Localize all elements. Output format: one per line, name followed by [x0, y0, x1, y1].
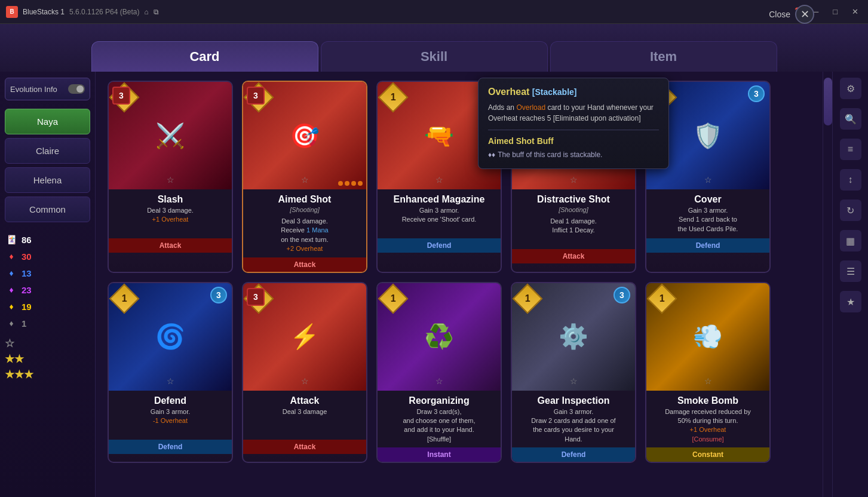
card-reorganizing-body: Reorganizing Draw 3 card(s),and choose o…: [378, 391, 501, 448]
card-gear-stack: 3: [614, 287, 630, 303]
card-defend-footer: Defend: [109, 440, 232, 454]
close-win-btn[interactable]: ✕: [848, 6, 862, 17]
card-distractive-body: Distractive Shot [Shooting] Deal 1 damag…: [512, 189, 635, 249]
card-attack-body: Attack Deal 3 damage: [243, 391, 366, 440]
card-defend-star: ☆: [167, 376, 174, 386]
stat-total: 🃏 86: [5, 233, 90, 246]
home-icon[interactable]: ⌂: [144, 8, 148, 16]
close-label: Close: [769, 10, 790, 19]
tooltip-stackable: [Stackable]: [532, 87, 577, 97]
card-gear-star: ☆: [570, 376, 578, 386]
stat-gray-value: 1: [22, 318, 26, 329]
stat-yellow-value: 19: [22, 302, 32, 312]
card-smoke-body: Smoke Bomb Damage received reduced by50%…: [646, 391, 769, 448]
card-aimed-shot-footer: Attack: [243, 257, 366, 272]
right-panel: ⚙ 🔍 ≡ ↕ ↻ ▦ ☰ ★: [832, 72, 868, 497]
cards-row-1: ⚔️ 0 3 ☆ Slash Deal 3 damage.+1 Overheat…: [108, 81, 811, 273]
card-aimed-shot-subtype: [Shooting]: [249, 206, 360, 213]
stat-red: ♦ 30: [5, 250, 90, 263]
card-smoke-bomb[interactable]: 💨 1 ☆ Smoke Bomb Damage received reduced…: [645, 282, 771, 464]
card-reorganizing[interactable]: ♻️ 1 ☆ Reorganizing Draw 3 card(s),and c…: [376, 282, 502, 464]
card-gear-body: Gear Inspection Gain 3 armor.Draw 2 card…: [512, 391, 635, 448]
card-slash-attack: 3: [112, 87, 130, 105]
sidebar-item-common[interactable]: Common: [5, 197, 90, 222]
card-slash-body: Slash Deal 3 damage.+1 Overheat: [109, 189, 232, 238]
card-cover-star: ☆: [704, 175, 712, 185]
card-aimed-shot-star: ☆: [301, 175, 309, 185]
top-bar-left: B BlueStacks 1 5.6.0.1126 P64 (Beta) ⌂ ⧉: [6, 6, 159, 18]
gray-diamond-icon: ♦: [5, 317, 18, 330]
right-side: ⚙ 🔍 ≡ ↕ ↻ ▦ ☰ ★: [823, 72, 868, 497]
search-icon[interactable]: 🔍: [840, 108, 861, 130]
card-defend-desc: Gain 3 armor.-1 Overheat: [115, 407, 226, 436]
scroll-thumb[interactable]: [824, 78, 832, 125]
card-defend-name: Defend: [115, 395, 226, 406]
card-cover-desc: Gain 3 armor.Send 1 card back tothe Used…: [652, 206, 763, 235]
star-icon[interactable]: ★: [840, 291, 861, 312]
sidebar-item-helena[interactable]: Helena: [5, 167, 90, 193]
sidebar-item-claire[interactable]: Claire: [5, 138, 90, 164]
card-distractive-subtype: [Shooting]: [518, 206, 629, 213]
card-attack-name: Attack: [249, 395, 360, 406]
card-distractive-name: Distractive Shot: [518, 194, 629, 205]
tooltip-divider: [488, 130, 659, 130]
tab-card[interactable]: Card: [91, 41, 318, 72]
stat-purple-value: 23: [22, 285, 32, 295]
card-aimed-shot-attack: 3: [247, 87, 265, 105]
app-icon: B: [6, 6, 18, 18]
filter-icon[interactable]: ≡: [840, 139, 861, 160]
card-gear-name: Gear Inspection: [518, 395, 629, 406]
card-reorganizing-name: Reorganizing: [384, 395, 495, 406]
card-slash-image: ⚔️ 0 3 ☆: [109, 82, 232, 189]
sidebar-item-naya[interactable]: Naya: [5, 109, 90, 134]
cards-row-2: 🌀 1 3 ☆ Defend Gain 3 armor.-1 Overheat …: [108, 282, 811, 464]
card-attack[interactable]: ⚡ 1 3 ☆ Attack Deal 3 damage Attack: [242, 282, 367, 464]
card-aimed-shot-name: Aimed Shot: [249, 194, 360, 205]
settings-icon[interactable]: ⚙: [840, 78, 861, 99]
card-cover-stack: 3: [748, 85, 765, 102]
evo-info-button[interactable]: Evolution Info: [5, 78, 90, 100]
card-defend[interactable]: 🌀 1 3 ☆ Defend Gain 3 armor.-1 Overheat …: [108, 282, 233, 464]
card-reorganizing-desc: Draw 3 card(s),and choose one of them,an…: [384, 407, 495, 444]
stat-yellow: ♦ 19: [5, 300, 90, 313]
grid-icon[interactable]: ▦: [840, 230, 861, 251]
card-aimed-shot-image: 🎯 1 3 ☆: [243, 82, 366, 189]
stat-blue: ♦ 13: [5, 266, 90, 280]
top-bar: B BlueStacks 1 5.6.0.1126 P64 (Beta) ⌂ ⧉…: [0, 0, 868, 24]
copy-icon[interactable]: ⧉: [154, 8, 159, 16]
scroll-track[interactable]: [823, 72, 832, 497]
card-defend-image: 🌀 1 3 ☆: [109, 283, 232, 391]
card-aimed-shot[interactable]: 🎯 1 3 ☆ Aimed Shot [Shooting]: [242, 81, 367, 273]
card-enhanced-mag-footer: Defend: [378, 238, 501, 253]
card-gear-desc: Gain 3 armor.Draw 2 cards and add one of…: [518, 407, 629, 444]
sidebar: Evolution Info Naya Claire Helena Common…: [0, 72, 96, 497]
card-aimed-shot-dots: [338, 181, 363, 186]
card-attack-star: ☆: [301, 376, 309, 386]
tab-item[interactable]: Item: [550, 41, 777, 72]
card-defend-body: Defend Gain 3 armor.-1 Overheat: [109, 391, 232, 440]
card-smoke-star: ☆: [704, 376, 712, 386]
card-slash-star: ☆: [167, 175, 174, 185]
card-smoke-image: 💨 1 ☆: [646, 283, 769, 391]
red-diamond-icon: ♦: [5, 250, 18, 263]
tab-skill[interactable]: Skill: [321, 41, 548, 72]
evo-info-toggle[interactable]: [68, 84, 85, 94]
card-slash-desc: Deal 3 damage.+1 Overheat: [115, 206, 226, 235]
card-smoke-desc: Damage received reduced by50% during thi…: [652, 407, 763, 444]
refresh-icon[interactable]: ↻: [840, 200, 861, 221]
stats-area: 🃏 86 ♦ 30 ♦ 13 ♦ 23 ♦ 19 ♦ 1: [5, 233, 90, 381]
card-attack-image: ⚡ 1 3 ☆: [243, 283, 366, 391]
main-area: Evolution Info Naya Claire Helena Common…: [0, 72, 868, 497]
star-3: ★★★: [5, 368, 90, 381]
sort-icon[interactable]: ↕: [840, 169, 861, 191]
card-gear-inspection[interactable]: ⚙️ 1 3 ☆ Gear Inspection Gain 3 armor.Dr…: [511, 282, 636, 464]
close-button[interactable]: ✕: [795, 5, 814, 24]
card-enhanced-mag-star: ☆: [435, 175, 443, 185]
card-slash[interactable]: ⚔️ 0 3 ☆ Slash Deal 3 damage.+1 Overheat…: [108, 81, 233, 273]
stat-total-value: 86: [22, 235, 32, 245]
card-gear-image: ⚙️ 1 3 ☆: [512, 283, 635, 391]
card-gear-footer: Defend: [512, 447, 635, 462]
maximize-btn[interactable]: □: [829, 6, 841, 17]
list-icon[interactable]: ☰: [840, 260, 861, 282]
tooltip: Overheat [Stackable] Adds an Overload ca…: [478, 78, 669, 169]
